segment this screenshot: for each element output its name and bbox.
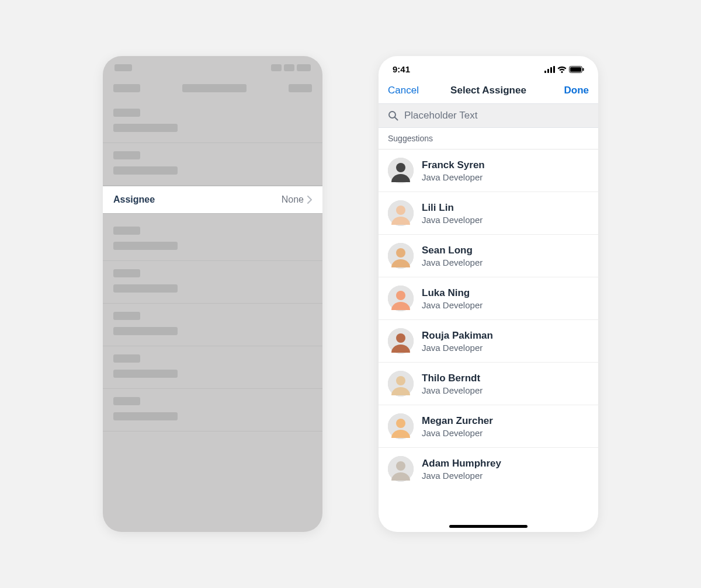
svg-rect-1	[547, 69, 549, 73]
person-role: Java Developer	[422, 428, 493, 438]
placeholder-row	[103, 346, 322, 389]
svg-rect-0	[544, 71, 546, 73]
signal-icon	[544, 66, 555, 73]
svg-rect-6	[583, 68, 584, 71]
list-item[interactable]: Adam HumphreyJava Developer	[379, 447, 598, 490]
avatar	[388, 371, 414, 396]
svg-point-24	[396, 461, 405, 471]
avatar	[388, 200, 414, 226]
person-name: Franck Syren	[422, 159, 485, 172]
svg-rect-3	[553, 66, 555, 73]
svg-point-16	[396, 291, 405, 300]
svg-point-18	[396, 333, 405, 343]
placeholder-row	[103, 143, 322, 186]
placeholder-row	[103, 304, 322, 346]
placeholder-row	[103, 389, 322, 432]
svg-point-22	[396, 419, 405, 428]
person-role: Java Developer	[422, 385, 483, 395]
done-button[interactable]: Done	[554, 85, 589, 96]
svg-rect-2	[550, 67, 552, 73]
suggestions-list: Franck SyrenJava DeveloperLili LinJava D…	[379, 149, 598, 532]
svg-line-8	[395, 117, 398, 120]
svg-point-12	[396, 206, 405, 215]
list-item-texts: Luka NingJava Developer	[422, 287, 483, 309]
person-role: Java Developer	[422, 215, 483, 225]
cancel-button[interactable]: Cancel	[388, 85, 423, 96]
person-name: Megan Zurcher	[422, 415, 493, 427]
person-role: Java Developer	[422, 258, 483, 267]
list-item-texts: Adam HumphreyJava Developer	[422, 457, 501, 480]
avatar	[388, 286, 414, 311]
avatar	[388, 413, 414, 439]
assignee-field[interactable]: Assignee None	[103, 186, 322, 214]
list-item-texts: Megan ZurcherJava Developer	[422, 415, 493, 437]
chevron-right-icon	[307, 196, 312, 204]
list-item[interactable]: Thilo BerndtJava Developer	[379, 362, 598, 405]
wifi-icon	[557, 66, 567, 73]
placeholder-row	[103, 100, 322, 143]
svg-rect-5	[570, 67, 581, 72]
avatar	[388, 158, 414, 183]
header-title: Select Assignee	[450, 85, 526, 96]
svg-point-14	[396, 248, 405, 258]
list-item[interactable]: Sean LongJava Developer	[379, 234, 598, 277]
person-name: Lili Lin	[422, 201, 483, 214]
statusbar-placeholder	[103, 56, 322, 75]
person-name: Luka Ning	[422, 287, 483, 300]
titlebar-placeholder	[103, 75, 322, 100]
assignee-label: Assignee	[113, 194, 155, 205]
assignee-value: None	[282, 194, 312, 205]
select-assignee-screen: 9:41 Cancel Select Assignee Done Placeho…	[379, 56, 598, 532]
placeholder-row	[103, 218, 322, 261]
list-item-texts: Franck SyrenJava Developer	[422, 159, 485, 182]
assignee-value-text: None	[282, 194, 304, 205]
statusbar-time: 9:41	[393, 64, 410, 74]
list-item[interactable]: Megan ZurcherJava Developer	[379, 405, 598, 447]
search-placeholder: Placeholder Text	[404, 110, 477, 121]
person-role: Java Developer	[422, 343, 493, 353]
avatar	[388, 328, 414, 354]
placeholder-row	[103, 261, 322, 304]
person-role: Java Developer	[422, 300, 483, 310]
search-icon	[388, 110, 398, 121]
list-item-texts: Lili LinJava Developer	[422, 201, 483, 224]
avatar	[388, 456, 414, 482]
person-name: Thilo Berndt	[422, 372, 483, 385]
search-field[interactable]: Placeholder Text	[379, 104, 598, 128]
person-name: Rouja Pakiman	[422, 329, 493, 342]
list-item[interactable]: Franck SyrenJava Developer	[379, 149, 598, 192]
list-item[interactable]: Rouja PakimanJava Developer	[379, 319, 598, 362]
person-role: Java Developer	[422, 471, 501, 481]
person-role: Java Developer	[422, 172, 485, 182]
list-item-texts: Thilo BerndtJava Developer	[422, 372, 483, 395]
header: Cancel Select Assignee Done	[379, 78, 598, 104]
svg-point-20	[396, 376, 405, 385]
person-name: Adam Humphrey	[422, 457, 501, 470]
home-indicator[interactable]	[449, 525, 528, 528]
list-item[interactable]: Luka NingJava Developer	[379, 277, 598, 319]
statusbar-icons	[544, 66, 584, 73]
list-item[interactable]: Lili LinJava Developer	[379, 192, 598, 234]
battery-icon	[569, 66, 584, 73]
statusbar: 9:41	[379, 56, 598, 78]
suggestions-label: Suggestions	[379, 128, 598, 149]
avatar	[388, 243, 414, 269]
list-item-texts: Sean LongJava Developer	[422, 244, 483, 267]
person-name: Sean Long	[422, 244, 483, 257]
list-item-texts: Rouja PakimanJava Developer	[422, 329, 493, 352]
svg-point-10	[396, 163, 405, 172]
form-screen-mock: Assignee None	[103, 56, 322, 532]
